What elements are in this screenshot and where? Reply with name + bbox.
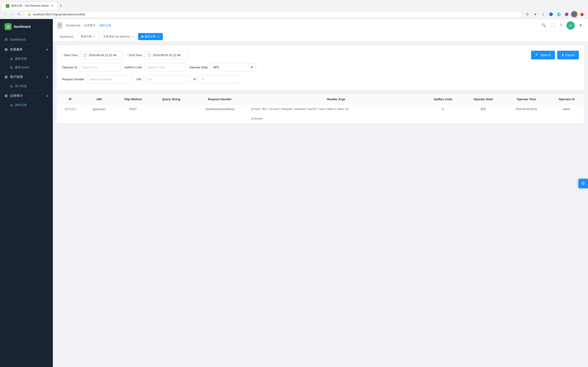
filter-group-request-handler: Request Handler xyxy=(62,75,133,83)
sidebar-logo-text: Dashboard xyxy=(14,25,31,28)
breadcrumb-separator-1: / xyxy=(82,24,83,27)
bookmark-button[interactable]: ★ xyxy=(532,11,538,17)
sidebar-sub-item-op-record[interactable]: ⊞ 操作记录 xyxy=(0,101,53,109)
col-operate-time: Operate Time xyxy=(504,94,549,104)
address-text: localhost:9527/#/gray/opreaterecord/list xyxy=(33,13,519,16)
breadcrumb: Dashboard / 记录审计 / 操作记录 xyxy=(66,23,111,27)
filter-card: * Start Time 🕐 2019-09-04 21:22:48 * End… xyxy=(57,45,584,91)
new-tab-button[interactable]: + xyxy=(57,2,65,10)
sidebar-sub-item-service-owner-label: 服务Owner xyxy=(15,65,30,69)
breadcrumb-item-current[interactable]: 操作记录 xyxy=(99,23,111,27)
apires-code-label: ApiRes Code xyxy=(124,66,142,69)
cell-apires-code-2 xyxy=(423,114,463,123)
service-list-icon: ⊞ xyxy=(10,57,13,60)
export-button[interactable]: ⬇ Export xyxy=(557,51,579,59)
operate-state-select[interactable]: 成功 ▼ xyxy=(210,63,256,71)
tab-item-service-list[interactable]: 服务列表 ✕ xyxy=(78,33,99,40)
end-time-clock-icon: 🕐 xyxy=(147,53,151,57)
user-list-icon: ⊞ xyxy=(10,85,13,88)
table-card: IP URI Http Method Query String Request … xyxy=(57,94,584,123)
ext1-button[interactable]: J xyxy=(540,11,546,17)
col-uri: URI xyxy=(84,94,114,104)
sidebar-item-audit[interactable]: ⊞ 记录审计 ∧ xyxy=(0,91,53,101)
op-record-icon: ⊞ xyxy=(10,103,13,107)
operator-id-label: Operator Id xyxy=(62,66,77,69)
col-operate-state: Operate State xyxy=(463,94,504,104)
table-header-row: IP URI Http Method Query String Request … xyxy=(57,94,584,104)
hamburger-button[interactable]: ☰ xyxy=(57,23,62,28)
menu-button[interactable]: ⬤ xyxy=(579,11,585,17)
apires-code-input[interactable] xyxy=(144,63,186,71)
tab-label-dashboard: Dashboard xyxy=(60,35,73,38)
search-button[interactable]: 🔍 Search xyxy=(531,51,555,59)
user-avatar-img: 🐸 xyxy=(569,24,572,27)
extensions-button[interactable]: ⚙ xyxy=(524,11,531,17)
active-tab-dot xyxy=(141,36,143,38)
cell-operator-id: admin xyxy=(549,104,584,114)
filter-group-operate-state: Operate State 成功 ▼ xyxy=(189,63,256,71)
col-query-string: Query String xyxy=(152,94,191,104)
ip-label: IP xyxy=(193,77,196,81)
uri-input[interactable] xyxy=(144,75,190,83)
end-time-value[interactable]: 2019-09-05 01:22:48 xyxy=(153,53,181,57)
dropdown-arrow-button[interactable]: ▼ xyxy=(578,23,583,28)
address-bar[interactable]: 🔒 localhost:9527/#/gray/opreaterecord/li… xyxy=(24,11,522,17)
end-time-label: * End Time xyxy=(127,53,142,57)
start-time-value[interactable]: 2019-09-04 21:22:48 xyxy=(89,53,116,57)
start-time-input[interactable]: 🕐 2019-09-04 21:22:48 xyxy=(80,51,124,59)
tab-item-dashboard[interactable]: Dashboard xyxy=(57,34,77,40)
sidebar-item-gray-service-label: 灰度服务 xyxy=(10,48,23,52)
sidebar-sub-item-user-list[interactable]: ⊞ 用户列表 xyxy=(0,82,53,91)
sidebar-item-gray-service[interactable]: ⊞ 灰度服务 ∧ xyxy=(0,44,53,54)
user-avatar-header[interactable]: 🐸 xyxy=(566,21,575,30)
request-handler-label: Request Handler xyxy=(62,77,85,81)
sidebar-sub-item-service-list[interactable]: ⊞ 服务列表 xyxy=(0,54,53,63)
sidebar-item-user-mgmt-label: 用户管理 xyxy=(10,75,23,79)
operate-state-label: Operate State xyxy=(189,66,208,69)
end-time-input[interactable]: 🕐 2019-09-05 01:22:48 xyxy=(144,51,188,59)
sidebar-item-audit-label: 记录审计 xyxy=(10,94,23,98)
operator-id-input[interactable] xyxy=(79,63,121,71)
tab-close-icon[interactable]: ✕ xyxy=(51,4,53,8)
sidebar-item-dashboard-label: Dashboard xyxy=(10,38,26,41)
ip-input[interactable] xyxy=(199,75,240,83)
forward-button[interactable]: › xyxy=(9,11,14,17)
breadcrumb-item-dashboard[interactable]: Dashboard xyxy=(66,24,80,27)
table-header: IP URI Http Method Query String Request … xyxy=(57,94,584,104)
search-header-button[interactable]: 🔍 xyxy=(541,22,547,28)
sidebar-item-dashboard[interactable]: ⊞ Dashboard xyxy=(0,34,53,44)
sidebar-sub-item-op-record-label: 操作记录 xyxy=(15,103,27,107)
cell-request-handler: UserResource#addUser xyxy=(191,104,249,114)
request-handler-input[interactable] xyxy=(87,75,133,83)
sidebar-section-gray: ⊞ 灰度服务 ∧ ⊞ 服务列表 ⊞ 服务Owner xyxy=(0,44,53,72)
gray-service-icon: ⊞ xyxy=(5,47,8,52)
fullscreen-button[interactable]: ⛶ xyxy=(550,23,556,28)
end-time-required: * xyxy=(127,53,129,57)
tab-close-gray-trace[interactable]: ✕ xyxy=(131,35,134,38)
browser-toolbar: ‹ › ↻ 🔒 localhost:9527/#/gray/opreaterec… xyxy=(0,10,588,19)
sidebar-item-user-mgmt[interactable]: ⊞ 用户管理 ∧ xyxy=(0,72,53,82)
sidebar-sub-item-service-owner[interactable]: ⊞ 服务Owner xyxy=(0,63,53,72)
tab-item-op-record[interactable]: 操作记录 ✕ xyxy=(138,33,163,40)
back-button[interactable]: ‹ xyxy=(3,11,8,17)
breadcrumb-item-audit[interactable]: 记录审计 xyxy=(84,23,96,27)
cell-headler-args: [{"name":"张三","account":"zhangsan","pass… xyxy=(249,104,423,114)
export-icon: ⬇ xyxy=(561,53,564,57)
tab-close-service-list[interactable]: ✕ xyxy=(93,35,95,38)
browser-tab-active[interactable]: 🌿 操作记录 - Vue Element Admin ✕ xyxy=(2,2,57,10)
ext2-button[interactable]: 🔵 xyxy=(548,11,554,17)
ext3-button[interactable]: 🌐 xyxy=(555,11,562,17)
font-size-button[interactable]: T xyxy=(559,23,563,28)
col-headler-args: Headler Args xyxy=(249,94,423,104)
cell-headler-args-2: [{"servicel xyxy=(249,114,423,123)
service-owner-icon: ⊞ xyxy=(10,66,13,69)
tab-item-gray-trace[interactable]: 灰度追踪-api-gateway ✕ xyxy=(100,33,137,40)
settings-fab[interactable]: ⚙ xyxy=(578,179,588,188)
reload-button[interactable]: ↻ xyxy=(16,11,22,17)
filter-group-uri: URI xyxy=(137,75,190,83)
ext4-button[interactable]: 🟣 xyxy=(563,11,570,17)
tab-title: 操作记录 - Vue Element Admin xyxy=(11,4,49,8)
tab-close-op-record[interactable]: ✕ xyxy=(157,35,159,38)
search-icon: 🔍 xyxy=(535,53,539,57)
profile-button[interactable]: 👤 xyxy=(571,11,578,17)
